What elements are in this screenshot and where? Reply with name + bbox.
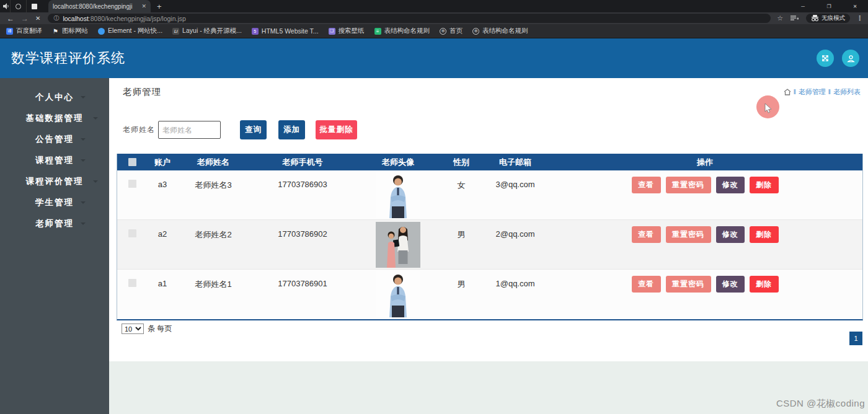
sidebar-item-announcement[interactable]: 公告管理 xyxy=(0,129,109,150)
bookmark-table-naming-rules[interactable]: ≡表结构命名规则 xyxy=(374,27,430,35)
globe-icon xyxy=(16,4,21,9)
reset-password-button[interactable]: 重置密码 xyxy=(666,226,711,243)
reset-password-button[interactable]: 重置密码 xyxy=(666,177,711,193)
sidebar-item-course[interactable]: 课程管理 xyxy=(0,150,109,171)
search-form: 老师姓名 查询 添加 批量删除 xyxy=(123,120,357,139)
reading-list-icon[interactable] xyxy=(790,15,799,22)
bookmark-icon-site[interactable]: ⚑图标网站 xyxy=(52,27,88,35)
bookmark-element[interactable]: Element - 网站快... xyxy=(98,27,162,35)
delete-button[interactable]: 删除 xyxy=(750,226,779,243)
sidebar-item-teacher[interactable]: 老师管理 xyxy=(0,213,109,234)
teacher-avatar-image xyxy=(376,222,420,268)
reset-password-button[interactable]: 重置密码 xyxy=(666,276,711,293)
bookmark-html5-template[interactable]: 5HTML5 Website T... xyxy=(252,27,319,35)
row-checkbox[interactable] xyxy=(128,279,136,287)
cell-email: 3@qq.com xyxy=(483,170,547,219)
page-icon xyxy=(32,4,37,9)
breadcrumb-teacher-list[interactable]: 老师列表 xyxy=(833,87,861,97)
mouse-cursor-highlight xyxy=(756,95,779,118)
breadcrumb-teacher-management[interactable]: 老师管理 xyxy=(799,87,826,97)
per-page-select[interactable]: 10 xyxy=(122,324,144,334)
tab-close-icon[interactable]: ✕ xyxy=(141,3,146,9)
add-button[interactable]: 添加 xyxy=(278,120,305,139)
bookmark-star-icon[interactable]: ☆ xyxy=(777,14,783,22)
cursor-arrow-icon xyxy=(764,103,773,114)
browser-menu-icon[interactable]: ⋮ xyxy=(856,14,863,22)
view-button[interactable]: 查看 xyxy=(632,276,661,293)
query-button[interactable]: 查询 xyxy=(240,120,267,139)
sidebar-item-student[interactable]: 学生管理 xyxy=(0,192,109,213)
cell-teacher-name: 老师姓名1 xyxy=(178,270,249,319)
chevron-down-icon xyxy=(93,180,98,183)
per-page-control: 10 条 每页 xyxy=(122,324,172,334)
stop-button[interactable]: ✕ xyxy=(35,15,40,22)
browser-tab-strip: localhost:8080/kechengpingji ✕ + ─ ❐ ✕ xyxy=(0,0,868,12)
back-button[interactable]: ← xyxy=(7,15,14,22)
incognito-badge: 无痕模式 xyxy=(806,14,850,23)
site-info-icon[interactable]: ⓘ xyxy=(53,14,59,22)
view-button[interactable]: 查看 xyxy=(632,177,661,193)
bookmark-baidu-translate[interactable]: 译百度翻译 xyxy=(6,27,42,35)
minimize-button[interactable]: ─ xyxy=(790,0,816,12)
browser-tab[interactable]: localhost:8080/kechengpingji ✕ xyxy=(48,0,151,12)
cell-phone: 17703786902 xyxy=(249,220,356,269)
chevron-down-icon xyxy=(81,201,86,204)
row-checkbox[interactable] xyxy=(128,229,136,237)
select-all-checkbox[interactable] xyxy=(128,158,136,166)
view-button[interactable]: 查看 xyxy=(632,226,661,243)
pinned-tab-page[interactable] xyxy=(26,0,42,12)
page-footer-area xyxy=(109,361,868,414)
per-page-label: 条 每页 xyxy=(148,324,172,334)
incognito-label: 无痕模式 xyxy=(822,14,845,22)
breadcrumb: ‖ 老师管理 ‖ 老师列表 xyxy=(784,87,861,97)
edit-button[interactable]: 修改 xyxy=(716,177,745,193)
browser-toolbar: ← → ✕ ⓘ localhost :8080/kechengpingjia/j… xyxy=(0,12,868,24)
bookmark-wallpaper-search[interactable]: ❏搜索壁纸 xyxy=(329,27,365,35)
delete-button[interactable]: 删除 xyxy=(750,177,779,193)
bookmark-home[interactable]: ⊕首页 xyxy=(440,27,463,35)
app-title: 数学课程评价系统 xyxy=(11,49,125,68)
header-phone: 老师手机号 xyxy=(249,157,356,168)
url-host: localhost xyxy=(63,15,88,22)
header-avatar: 老师头像 xyxy=(356,157,440,168)
page-title: 老师管理 xyxy=(123,86,161,98)
delete-button[interactable]: 删除 xyxy=(750,276,779,293)
screen: localhost:8080/kechengpingji ✕ + ─ ❐ ✕ ←… xyxy=(0,0,868,414)
pinned-tab-globe[interactable] xyxy=(10,0,26,12)
fullscreen-button[interactable] xyxy=(817,50,834,67)
globe-icon: ⊕ xyxy=(440,28,446,35)
cell-account: a3 xyxy=(147,170,178,219)
expand-arrows-icon xyxy=(821,54,830,63)
incognito-icon xyxy=(811,15,819,22)
teacher-name-input[interactable] xyxy=(158,121,221,139)
sidebar-item-course-evaluation[interactable]: 课程评价管理 xyxy=(0,171,109,192)
restore-button[interactable]: ❐ xyxy=(816,0,842,12)
cell-account: a2 xyxy=(147,220,178,269)
chevron-down-icon xyxy=(81,159,86,162)
favicon xyxy=(98,28,105,35)
header-account: 账户 xyxy=(147,157,178,168)
sidebar-item-basic-data[interactable]: 基础数据管理 xyxy=(0,108,109,129)
cell-account: a1 xyxy=(147,270,178,319)
chevron-down-icon xyxy=(81,138,86,141)
row-checkbox[interactable] xyxy=(128,180,136,188)
batch-delete-button[interactable]: 批量删除 xyxy=(316,120,357,139)
edit-button[interactable]: 修改 xyxy=(716,226,745,243)
csdn-watermark: CSDN @花椒coding xyxy=(776,398,865,410)
address-bar[interactable]: ⓘ localhost :8080/kechengpingjia/jsp/log… xyxy=(48,14,771,23)
page-1-button[interactable]: 1 xyxy=(849,332,862,345)
sidebar-item-personal-center[interactable]: 个人中心 xyxy=(0,87,109,108)
bookmark-table-naming-rules-2[interactable]: ⊕表结构命名规则 xyxy=(472,27,528,35)
close-button[interactable]: ✕ xyxy=(842,0,868,12)
chevron-down-icon xyxy=(93,117,98,120)
user-profile-button[interactable] xyxy=(842,50,859,67)
header-operations: 操作 xyxy=(547,157,862,168)
chevron-down-icon xyxy=(81,96,86,99)
edit-button[interactable]: 修改 xyxy=(716,276,745,293)
favicon: 5 xyxy=(252,28,259,35)
favicon: Li xyxy=(172,28,179,35)
forward-button[interactable]: → xyxy=(21,15,29,22)
new-tab-button[interactable]: + xyxy=(157,2,162,11)
home-icon[interactable] xyxy=(784,89,791,95)
bookmark-layui[interactable]: LiLayui - 经典开源模... xyxy=(172,27,242,35)
